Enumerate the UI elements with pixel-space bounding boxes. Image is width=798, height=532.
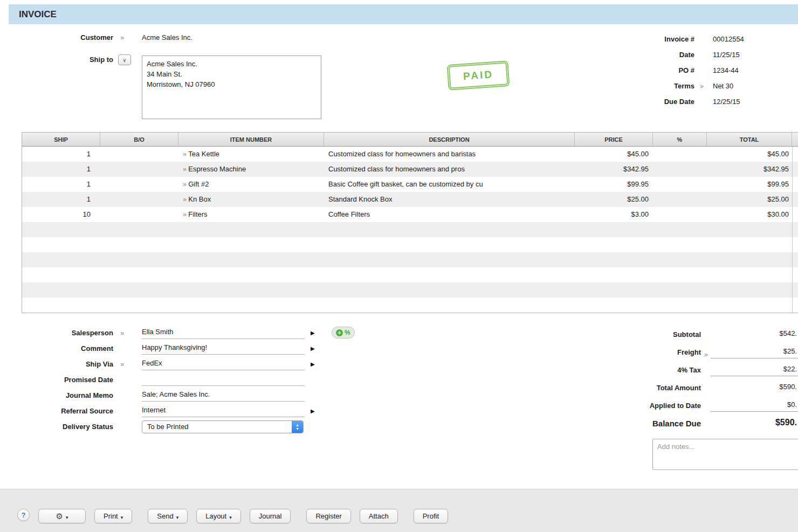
cell-price[interactable]: $25.00 bbox=[575, 192, 653, 207]
cell-price[interactable]: $342.95 bbox=[575, 162, 653, 177]
cell-description[interactable]: Coffee Filters bbox=[324, 207, 575, 222]
cell-ship[interactable]: 10 bbox=[22, 207, 100, 222]
cell-ship[interactable]: 1 bbox=[22, 162, 100, 177]
cell-item-number[interactable]: »Espresso Machine bbox=[178, 162, 324, 177]
applied-to-date-value[interactable]: $0. bbox=[711, 399, 798, 412]
cell-item-number[interactable]: »Tea Kettle bbox=[178, 147, 324, 162]
ship-to-dropdown-button[interactable]: ∨ bbox=[118, 54, 131, 65]
subtotal-label: Subtotal bbox=[604, 330, 701, 338]
tax-field[interactable]: $22. bbox=[711, 364, 798, 376]
journal-button[interactable]: Journal bbox=[250, 509, 291, 523]
comment-arrow-icon[interactable]: ▶ bbox=[305, 346, 315, 351]
comment-field[interactable]: Happy Thanksgiving! bbox=[142, 342, 305, 355]
promised-date-field[interactable] bbox=[142, 374, 305, 386]
cell-percent[interactable] bbox=[653, 177, 707, 192]
freight-detail-icon[interactable]: » bbox=[701, 350, 711, 358]
cell-percent[interactable] bbox=[653, 192, 707, 207]
customer-detail-icon[interactable]: » bbox=[113, 33, 142, 42]
cell-description[interactable]: Standard Knock Box bbox=[324, 192, 575, 207]
salesperson-arrow-icon[interactable]: ▶ bbox=[305, 330, 315, 336]
table-row[interactable]: 1 »Espresso Machine Customized class for… bbox=[22, 162, 798, 177]
due-date-field[interactable]: 12/25/15 bbox=[713, 98, 798, 106]
invoice-number-field[interactable]: 00012554 bbox=[713, 35, 798, 43]
profit-button[interactable]: Profit bbox=[414, 509, 448, 523]
cell-price[interactable]: $99.95 bbox=[575, 177, 653, 192]
cell-ship[interactable]: 1 bbox=[22, 147, 100, 162]
page-title: INVOICE bbox=[19, 9, 57, 20]
referral-source-arrow-icon[interactable]: ▶ bbox=[305, 408, 315, 414]
print-button[interactable]: Print ▾ bbox=[94, 509, 132, 523]
cell-total[interactable]: $25.00 bbox=[707, 192, 792, 207]
cell-bo[interactable] bbox=[100, 177, 178, 192]
table-row[interactable]: 1 »Gift #2 Basic Coffee gift basket, can… bbox=[22, 177, 798, 192]
item-detail-icon[interactable]: » bbox=[183, 210, 187, 218]
terms-row: Terms » Net 30 bbox=[615, 78, 798, 94]
cell-description[interactable]: Basic Coffee gift basket, can be customi… bbox=[324, 177, 575, 192]
cell-total[interactable]: $342.95 bbox=[707, 162, 792, 177]
cell-ship[interactable]: 1 bbox=[22, 177, 100, 192]
item-detail-icon[interactable]: » bbox=[183, 180, 187, 188]
table-row[interactable]: 1 »Kn Box Standard Knock Box $25.00 $25.… bbox=[22, 192, 798, 207]
cell-percent[interactable] bbox=[653, 147, 707, 162]
subtotal-row: Subtotal $542. bbox=[604, 326, 798, 343]
layout-button[interactable]: Layout ▾ bbox=[196, 509, 241, 523]
date-field[interactable]: 11/25/15 bbox=[713, 51, 798, 59]
cell-bo[interactable] bbox=[100, 162, 178, 177]
cell-percent[interactable] bbox=[653, 207, 707, 222]
item-detail-icon[interactable]: » bbox=[183, 165, 187, 173]
help-button[interactable]: ? bbox=[17, 509, 30, 521]
cell-description[interactable]: Customized class for homeowners and bari… bbox=[324, 147, 575, 162]
terms-detail-icon[interactable]: » bbox=[694, 82, 713, 90]
customer-label: Customer bbox=[0, 33, 113, 42]
journal-memo-field[interactable]: Sale; Acme Sales Inc. bbox=[142, 389, 305, 402]
table-row[interactable]: 10 »Filters Coffee Filters $3.00 $30.00 bbox=[22, 207, 798, 222]
delivery-status-select[interactable]: To be Printed ▲ ▼ bbox=[142, 420, 304, 433]
item-detail-icon[interactable]: » bbox=[183, 195, 187, 203]
table-row-empty[interactable] bbox=[22, 282, 798, 298]
ship-to-address-field[interactable]: Acme Sales Inc. 34 Main St. Morristown, … bbox=[142, 56, 321, 119]
customer-value[interactable]: Acme Sales Inc. bbox=[142, 33, 192, 42]
cell-ship[interactable]: 1 bbox=[22, 192, 100, 207]
cell-description[interactable]: Customized class for homeowners and pros bbox=[324, 162, 575, 177]
table-row[interactable]: 1 »Tea Kettle Customized class for homeo… bbox=[22, 147, 798, 162]
ship-via-arrow-icon[interactable]: ▶ bbox=[305, 361, 315, 367]
cell-item-number[interactable]: »Kn Box bbox=[178, 192, 324, 207]
item-detail-icon[interactable]: » bbox=[183, 150, 187, 158]
applied-to-date-label: Applied to Date bbox=[604, 402, 701, 410]
gear-button[interactable]: ⚙ ▾ bbox=[38, 509, 86, 523]
cell-price[interactable]: $45.00 bbox=[575, 147, 653, 162]
notes-input[interactable] bbox=[652, 439, 798, 470]
cell-total[interactable]: $45.00 bbox=[707, 147, 792, 162]
po-number-field[interactable]: 1234-44 bbox=[713, 66, 798, 74]
cell-percent[interactable] bbox=[653, 162, 707, 177]
cell-item-number[interactable]: »Filters bbox=[178, 207, 324, 222]
po-number-label: PO # bbox=[615, 66, 694, 74]
register-button[interactable]: Register bbox=[306, 509, 350, 523]
salesperson-detail-icon[interactable]: » bbox=[113, 329, 142, 337]
table-row-empty[interactable] bbox=[22, 237, 798, 252]
terms-field[interactable]: Net 30 bbox=[713, 82, 798, 90]
cell-price[interactable]: $3.00 bbox=[575, 207, 653, 222]
ship-via-row: Ship Via » FedEx ▶ bbox=[0, 356, 345, 372]
referral-source-field[interactable]: Internet bbox=[142, 405, 305, 417]
ship-via-field[interactable]: FedEx bbox=[142, 358, 305, 370]
cell-bo[interactable] bbox=[100, 207, 178, 222]
cell-bo[interactable] bbox=[100, 192, 178, 207]
attach-button[interactable]: Attach bbox=[360, 509, 398, 523]
ship-to-label: Ship to bbox=[0, 56, 113, 64]
cell-bo[interactable] bbox=[100, 147, 178, 162]
promised-date-row: Promised Date bbox=[0, 372, 345, 388]
salesperson-field[interactable]: Ella Smith bbox=[142, 327, 305, 339]
table-row-empty[interactable] bbox=[22, 222, 798, 237]
table-row-empty[interactable] bbox=[22, 252, 798, 267]
freight-field[interactable]: $25. bbox=[711, 346, 798, 358]
table-row-empty[interactable] bbox=[22, 298, 798, 313]
cell-total[interactable]: $30.00 bbox=[707, 207, 792, 222]
table-row-empty[interactable] bbox=[22, 267, 798, 282]
cell-item-number[interactable]: »Gift #2 bbox=[178, 177, 324, 192]
ship-via-detail-icon[interactable]: » bbox=[113, 360, 142, 368]
send-button[interactable]: Send ▾ bbox=[148, 509, 188, 523]
cell-total[interactable]: $99.95 bbox=[707, 177, 792, 192]
discount-button[interactable]: + % bbox=[332, 327, 355, 338]
balance-due-label: Balance Due bbox=[604, 419, 701, 428]
